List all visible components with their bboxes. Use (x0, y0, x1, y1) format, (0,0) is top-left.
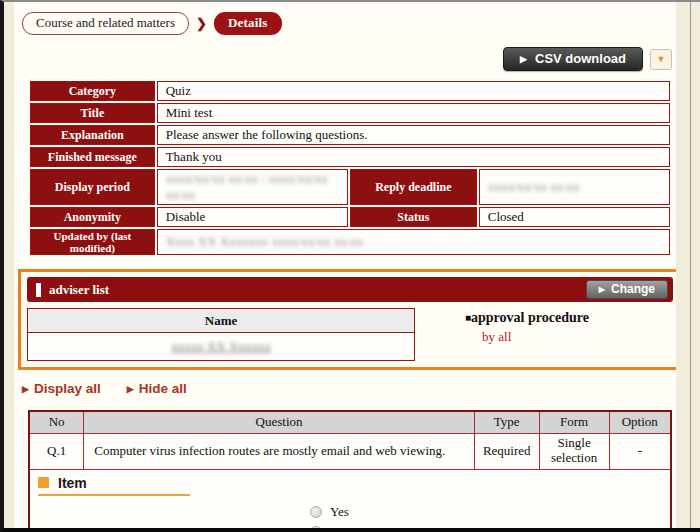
item-section: Item Yes No (29, 469, 671, 528)
play-arrow-icon: ▶ (520, 54, 527, 64)
name-column-header: Name (28, 309, 414, 333)
explanation-label: Explanation (30, 125, 155, 145)
answer-options: Yes No (310, 502, 670, 529)
window-edge-divider (690, 0, 691, 532)
adviser-list-title: adviser list (49, 282, 586, 298)
play-arrow-icon: ▶ (599, 285, 605, 294)
list-item: No (310, 522, 670, 529)
radio-button-yes[interactable] (310, 506, 322, 518)
question-type: Required (474, 433, 539, 469)
orange-square-icon (38, 477, 49, 488)
expand-collapse-links: ▶ Display all ▶ Hide all (22, 381, 676, 396)
toolbar: ▶ CSV download ▼ (14, 47, 672, 71)
column-header-question: Question (84, 411, 474, 433)
display-period-value-redacted: xxxx/xx/xx xx:xx - xxxx/xx/xx xx:xx (157, 169, 348, 205)
adviser-list-section: adviser list ▶ Change Name xxxxx XX Xxxx… (18, 269, 676, 370)
question-number: Q.1 (29, 433, 84, 469)
column-header-type: Type (474, 411, 539, 433)
title-value: Mini test (157, 103, 670, 123)
anonymity-label: Anonymity (30, 207, 155, 227)
reply-deadline-value-redacted: xxxx/xx/xx xx:xx (479, 169, 670, 205)
question-form: Single selection (539, 433, 609, 469)
table-row: Category Quiz (30, 81, 670, 101)
chevron-down-icon: ▼ (657, 54, 666, 64)
anonymity-value: Disable (157, 207, 348, 227)
status-value: Closed (479, 207, 670, 227)
table-row: xxxxx XX Xxxxxx (28, 333, 414, 360)
column-header-form: Form (539, 411, 609, 433)
change-button[interactable]: ▶ Change (586, 280, 668, 299)
chevron-right-icon: ❯ (196, 16, 207, 31)
table-row: Updated by (last modified) Xxxx XX Xxxxx… (30, 229, 670, 255)
category-value: Quiz (157, 81, 670, 101)
question-table: No Question Type Form Option Q.1 Compute… (28, 410, 672, 528)
status-label: Status (350, 207, 477, 227)
item-section-header: Item (38, 475, 190, 496)
question-table-header-row: No Question Type Form Option (29, 411, 671, 433)
list-item: Yes (310, 502, 670, 522)
column-header-option: Option (609, 411, 671, 433)
breadcrumb: Course and related matters ❯ Details (22, 12, 676, 35)
adviser-name-link-redacted[interactable]: xxxxx XX Xxxxxx (171, 339, 271, 355)
adviser-list-body: Name xxxxx XX Xxxxxx ■approval procedure… (27, 308, 673, 361)
breadcrumb-parent-link[interactable]: Course and related matters (22, 12, 189, 35)
adviser-name-table: Name xxxxx XX Xxxxxx (27, 308, 415, 361)
change-button-label: Change (611, 282, 655, 296)
item-section-title: Item (58, 475, 87, 491)
display-all-link[interactable]: ▶ Display all (22, 381, 101, 396)
finished-message-label: Finished message (30, 147, 155, 167)
question-text: Computer virus infection routes are most… (84, 433, 474, 469)
table-row: Title Mini test (30, 103, 670, 123)
table-row: Finished message Thank you (30, 147, 670, 167)
approval-procedure-block: ■approval procedure by all (465, 308, 589, 361)
table-row: Explanation Please answer the following … (30, 125, 670, 145)
reply-deadline-label: Reply deadline (350, 169, 477, 205)
hide-all-link[interactable]: ▶ Hide all (127, 381, 187, 396)
csv-download-button[interactable]: ▶ CSV download (503, 47, 643, 71)
title-label: Title (30, 103, 155, 123)
radio-label-yes: Yes (330, 504, 349, 520)
radio-button-no[interactable] (310, 526, 322, 529)
explanation-value: Please answer the following questions. (157, 125, 670, 145)
play-arrow-icon: ▶ (127, 384, 134, 394)
display-period-label: Display period (30, 169, 155, 205)
updated-by-label: Updated by (last modified) (30, 229, 155, 255)
radio-label-no: No (330, 524, 346, 529)
item-section-row: Item Yes No (29, 469, 671, 528)
question-option: - (609, 433, 671, 469)
section-marker-icon (36, 283, 41, 297)
table-row: Display period xxxx/xx/xx xx:xx - xxxx/x… (30, 169, 670, 205)
approval-procedure-title: ■approval procedure (465, 310, 589, 326)
finished-message-value: Thank you (157, 147, 670, 167)
csv-download-label: CSV download (535, 51, 626, 66)
question-row: Q.1 Computer virus infection routes are … (29, 433, 671, 469)
column-header-no: No (29, 411, 84, 433)
table-row: Anonymity Disable Status Closed (30, 207, 670, 227)
quiz-details-table: Category Quiz Title Mini test Explanatio… (28, 79, 672, 257)
breadcrumb-current-badge: Details (214, 12, 282, 35)
play-arrow-icon: ▶ (22, 384, 29, 394)
page-content: Course and related matters ❯ Details ▶ C… (14, 2, 676, 528)
approval-procedure-value: by all (482, 329, 589, 345)
updated-by-value-redacted: Xxxx XX Xxxxxxx xxxx/xx/xx xx:xx (157, 229, 670, 255)
category-label: Category (30, 81, 155, 101)
adviser-list-header-bar: adviser list ▶ Change (27, 277, 673, 302)
dropdown-toggle-button[interactable]: ▼ (650, 49, 672, 70)
